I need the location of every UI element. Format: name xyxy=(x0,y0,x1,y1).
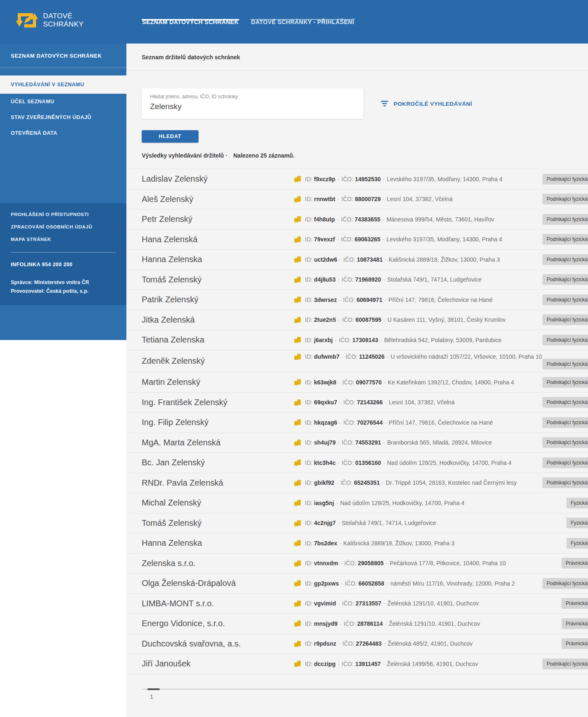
result-row[interactable]: Tomáš Zelenský ID: d4j8u53· xyxy=(126,270,588,290)
row-meta-text: ID: iasg5nj·Nad údolím 128/25, Hodkovičk… xyxy=(305,500,465,506)
holder-name[interactable]: Patrik Zelenský xyxy=(142,295,294,304)
holder-name[interactable]: Aleš Zelenský xyxy=(142,194,294,204)
row-meta-text: ID: 69qxku7·IČO: 72143266·Lesní 104, 373… xyxy=(305,399,455,406)
holder-name[interactable]: Energo Vidonice, s.r.o. xyxy=(142,619,294,628)
ico-value: 88000729 xyxy=(355,196,380,202)
advanced-search-button[interactable]: POKROČILÉ VYHLEDÁVÁNÍ xyxy=(380,101,472,107)
holder-name[interactable]: Ing. František Zelenský xyxy=(142,398,294,407)
row-meta-text: ID: 2tue2n5·IČO: 60087595·U Kasáren 111,… xyxy=(305,316,506,323)
holder-name[interactable]: Tomáš Zelenský xyxy=(142,518,294,528)
holder-name[interactable]: Zelenska s.r.o. xyxy=(142,559,294,568)
holder-name[interactable]: RNDr. Pavla Zelenská xyxy=(142,478,294,488)
result-row[interactable]: Energo Vidonice, s.r.o. ID: xyxy=(126,614,588,634)
result-row[interactable]: Ladislav Zelenský ID: f9xcz xyxy=(126,169,588,190)
id-label: ID: xyxy=(305,600,312,607)
sidebar-link-mapa-stranek[interactable]: MAPA STRÁNEK xyxy=(0,233,126,245)
sidebar-item-vyhledavani-v-seznamu[interactable]: VYHLEDÁVÁNÍ V SEZNAMU xyxy=(0,75,126,94)
ico-value: 27313557 xyxy=(356,600,381,607)
id-label: ID: xyxy=(305,640,312,647)
holder-name[interactable]: LIMBA-MONT s.r.o. xyxy=(142,599,294,608)
tab-seznam-datovych-schranek[interactable]: SEZNAM DATOVÝCH SCHRÁNEK xyxy=(142,0,239,44)
separator-dot: · xyxy=(336,500,338,506)
result-row[interactable]: Olga Želenská-Drápalová ID: xyxy=(126,574,588,594)
row-meta-text: ID: d4j8u53·IČO: 71968920·Stolařská 749/… xyxy=(305,276,482,283)
separator-dot: · xyxy=(383,459,385,466)
app-logo[interactable]: DATOVÉ SCHRÁNKY xyxy=(15,11,84,30)
holder-type-badge: Podnikající fyzická osoba xyxy=(542,659,588,669)
separator-dot: · xyxy=(339,379,341,386)
box-id-value: hkqzag6 xyxy=(314,419,337,426)
sidebar-item-stav-zverejnenych-udaju[interactable]: STAV ZVEŘEJNĚNÝCH ÚDAJŮ xyxy=(0,109,126,125)
admin-line: Správce: Ministerstvo vnitra ČR xyxy=(11,278,126,287)
coins-icon xyxy=(294,216,301,223)
result-row[interactable]: MgA. Marta Zelenská ID: sh4 xyxy=(126,433,588,453)
result-row[interactable]: Aleš Zelenský ID: rnnwtbt·I xyxy=(126,190,588,210)
result-row[interactable]: RNDr. Pavla Zelenská ID: gb xyxy=(126,473,588,493)
infoline: INFOLINKA 954 200 200 xyxy=(11,262,126,267)
separator-dot: · xyxy=(383,600,385,607)
result-row[interactable]: Hana Zelenská ID: 79vexzf·I xyxy=(126,230,588,250)
holder-name[interactable]: Petr Zelenský xyxy=(142,214,294,224)
holder-name[interactable]: Bc. Jan Zelenský xyxy=(142,458,294,467)
holder-name[interactable]: Zdeněk Zelenský xyxy=(142,356,294,366)
result-row[interactable]: Martin Zelenský ID: k63wjk8 xyxy=(126,372,588,393)
holder-name[interactable]: Martin Zelenský xyxy=(142,377,294,387)
result-row[interactable]: LIMBA-MONT s.r.o. ID: vgvim xyxy=(126,594,588,614)
separator-dot: · xyxy=(380,337,382,343)
ico-group: ·IČO: 17308143 xyxy=(333,337,378,343)
result-row[interactable]: Bc. Jan Zelenský ID: ktc3h4 xyxy=(126,453,588,473)
result-row[interactable]: Michal Zelenský ID: iasg5nj xyxy=(126,493,588,513)
ico-group: ·IČO: 65245351 xyxy=(334,479,380,486)
result-row[interactable]: Duchcovská svařovna, a.s. ID: xyxy=(126,634,588,654)
result-row[interactable]: Tetiana Zelenska ID: j6arxb xyxy=(126,330,588,350)
holder-name[interactable]: Duchcovská svařovna, a.s. xyxy=(142,639,294,649)
result-row[interactable]: Jiří Janoušek ID: dcczipg·I xyxy=(126,654,588,674)
id-label: ID: xyxy=(305,176,312,182)
result-row[interactable]: Tomáš Zelenský ID: 4c2njg7· xyxy=(126,513,588,534)
ico-label: IČO: xyxy=(344,560,356,566)
ico-value: 71968920 xyxy=(355,276,381,283)
holder-name[interactable]: MgA. Marta Zelenská xyxy=(142,438,294,447)
result-row[interactable]: Hanna Zelenska ID: uct2dw6· xyxy=(126,250,588,270)
result-row[interactable]: Patrik Zelenský ID: 3dwrsez xyxy=(126,290,588,310)
result-row[interactable]: Ing. Filip Zelenský ID: hkq xyxy=(126,413,588,433)
holder-name[interactable]: Ing. Filip Zelenský xyxy=(142,418,294,427)
ico-label: IČO: xyxy=(342,600,354,607)
top-navigation: SEZNAM DATOVÝCH SCHRÁNEK DATOVÉ SCHRÁNKY… xyxy=(142,0,366,44)
sidebar-item-otevrena-data[interactable]: OTEVŘENÁ DATA xyxy=(0,125,126,141)
holder-name[interactable]: Jiří Janoušek xyxy=(142,659,294,668)
holder-name[interactable]: Hana Zelenská xyxy=(142,235,294,244)
holder-name[interactable]: Tetiana Zelenska xyxy=(142,335,294,345)
box-id-value: uct2dw6 xyxy=(314,256,337,263)
coins-icon xyxy=(294,439,301,446)
result-row[interactable]: Petr Zelenský ID: f4h8utp·I xyxy=(126,209,588,230)
tab-datove-schranky-prihlaseni[interactable]: DATOVÉ SCHRÁNKY - PŘIHLÁŠENÍ xyxy=(251,0,354,44)
sidebar-item-ucel-seznamu[interactable]: ÚČEL SEZNAMU xyxy=(0,94,126,109)
holder-name[interactable]: Jitka Zelenská xyxy=(142,315,294,325)
ico-group: ·IČO: 71968920 xyxy=(336,276,381,283)
separator-dot: · xyxy=(338,600,340,607)
search-input[interactable] xyxy=(150,102,349,111)
holder-name[interactable]: Olga Želenská-Drápalová xyxy=(142,578,294,588)
holder-name[interactable]: Tomáš Zelenský xyxy=(142,275,294,284)
separator-dot: · xyxy=(338,661,340,667)
result-row[interactable]: Hanna Zelenska ID: 7bs2dex· xyxy=(126,533,588,554)
holder-name[interactable]: Hanna Zelenska xyxy=(142,538,294,548)
coins-icon xyxy=(294,580,301,587)
search-box[interactable]: Hledat jméno, adresu, IČO, ID schránky xyxy=(142,88,363,119)
sidebar-link-zpracovani-osobnich-udaju[interactable]: ZPRACOVÁNÍ OSOBNÍCH ÚDAJŮ xyxy=(0,221,126,233)
search-submit-button[interactable]: HLEDAT xyxy=(142,130,198,143)
holder-name[interactable]: Hanna Zelenska xyxy=(142,255,294,264)
holder-type-badge: Podnikající fyzická osoba xyxy=(542,314,588,325)
result-row[interactable]: Zelenska s.r.o. ID: vtnnxdm xyxy=(126,554,588,574)
sidebar-admin-info: Správce: Ministerstvo vnitra ČR Provozov… xyxy=(11,278,126,296)
sidebar-link-prohlaseni-o-pristupnosti[interactable]: PROHLÁŠENÍ O PŘÍSTUPNOSTI xyxy=(0,208,126,221)
pagination-page-1[interactable]: 1 xyxy=(150,693,153,700)
result-row[interactable]: Zdeněk Zelenský ID: dufwmb7 xyxy=(126,350,588,373)
holder-name[interactable]: Ladislav Zelenský xyxy=(142,174,294,184)
result-row[interactable]: Ing. František Zelenský ID: xyxy=(126,393,588,413)
ico-group: ·IČO: 74553291 xyxy=(336,439,381,446)
coins-icon xyxy=(294,296,301,303)
result-row[interactable]: Jitka Zelenská ID: 2tue2n5· xyxy=(126,310,588,331)
holder-name[interactable]: Michal Zelenský xyxy=(142,498,294,508)
